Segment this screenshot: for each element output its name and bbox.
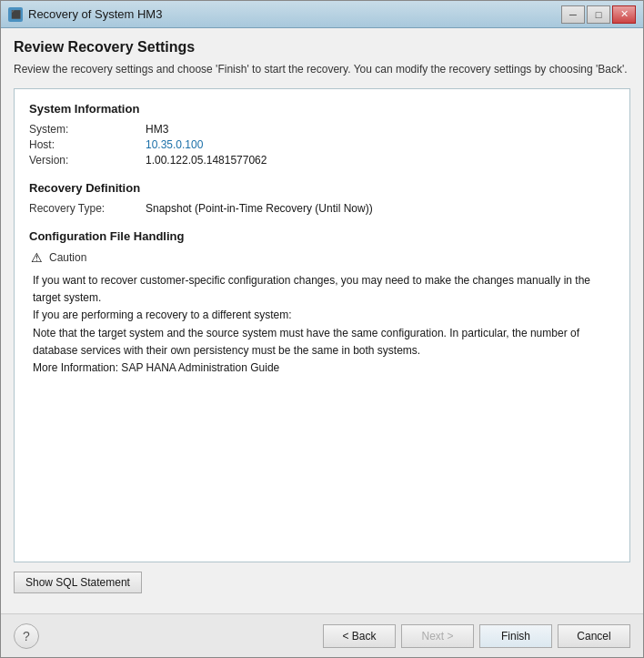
caution-line-3: Note that the target system and the sour…	[33, 327, 579, 357]
next-button[interactable]: Next >	[401, 624, 474, 648]
caution-icon: ⚠	[29, 250, 44, 265]
recovery-section: Recovery Definition Recovery Type: Snaps…	[29, 181, 615, 215]
host-label: Host:	[29, 138, 138, 151]
title-bar-left: ⬛ Recovery of System HM3	[8, 7, 162, 22]
system-info-grid: System: HM3 Host: 10.35.0.100 Version: 1…	[29, 123, 615, 167]
caution-body: If you want to recover customer-specific…	[29, 272, 615, 377]
main-window: ⬛ Recovery of System HM3 ─ □ ✕ Review Re…	[0, 0, 644, 658]
system-value: HM3	[146, 123, 615, 136]
config-section: Configuration File Handling ⚠ Caution If…	[29, 229, 615, 377]
caution-line-1: If you want to recover customer-specific…	[33, 274, 590, 304]
help-button[interactable]: ?	[14, 623, 39, 649]
recovery-type-label: Recovery Type:	[29, 202, 138, 215]
page-title: Review Recovery Settings	[14, 39, 630, 56]
page-description: Review the recovery settings and choose …	[14, 61, 630, 77]
system-label: System:	[29, 123, 138, 136]
minimize-button[interactable]: ─	[561, 5, 585, 24]
sql-button-row: Show SQL Statement	[14, 572, 630, 593]
cancel-button[interactable]: Cancel	[558, 624, 630, 648]
window-title: Recovery of System HM3	[28, 7, 162, 21]
caution-row: ⚠ Caution	[29, 250, 615, 265]
version-label: Version:	[29, 154, 138, 167]
system-info-title: System Information	[29, 102, 615, 116]
close-button[interactable]: ✕	[612, 5, 636, 24]
recovery-definition-title: Recovery Definition	[29, 181, 615, 195]
restore-button[interactable]: □	[587, 5, 610, 24]
window-controls: ─ □ ✕	[561, 5, 636, 24]
nav-left: ?	[14, 623, 39, 649]
caution-line-4: More Information: SAP HANA Administratio…	[33, 361, 279, 374]
caution-line-2: If you are performing a recovery to a di…	[33, 309, 292, 321]
nav-bar: ? < Back Next > Finish Cancel	[1, 613, 643, 657]
config-title: Configuration File Handling	[29, 229, 615, 243]
app-icon: ⬛	[8, 7, 23, 22]
finish-button[interactable]: Finish	[479, 624, 552, 648]
main-panel: System Information System: HM3 Host: 10.…	[14, 88, 630, 562]
caution-label: Caution	[49, 251, 86, 264]
title-bar: ⬛ Recovery of System HM3 ─ □ ✕	[1, 1, 643, 28]
show-sql-button[interactable]: Show SQL Statement	[14, 572, 142, 593]
back-button[interactable]: < Back	[323, 624, 396, 648]
recovery-type-value: Snapshot (Point-in-Time Recovery (Until …	[146, 202, 615, 215]
content-area: Review Recovery Settings Review the reco…	[1, 28, 643, 613]
recovery-grid: Recovery Type: Snapshot (Point-in-Time R…	[29, 202, 615, 215]
nav-right: < Back Next > Finish Cancel	[323, 624, 630, 648]
host-value: 10.35.0.100	[146, 138, 615, 151]
version-value: 1.00.122.05.1481577062	[146, 154, 615, 167]
